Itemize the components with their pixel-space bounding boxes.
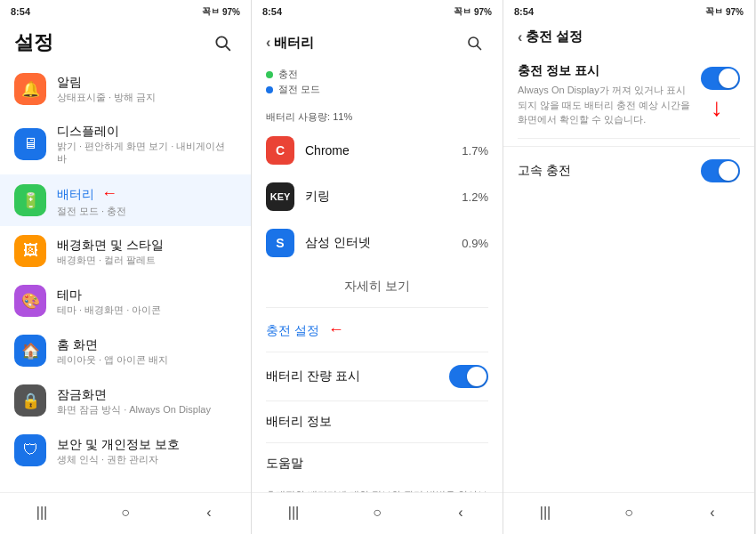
battery-app-samsung[interactable]: S 삼성 인터넷 0.9% xyxy=(252,220,503,266)
theme-text: 테마 테마 · 배경화면 · 아이콘 xyxy=(57,287,237,316)
power-mode-label: 절전 모드 xyxy=(278,83,320,96)
settings-title: 설정 xyxy=(14,29,53,56)
wallpaper-icon: 🖼 xyxy=(14,235,46,267)
settings-item-home[interactable]: 🏠 홈 화면 레이아웃 · 앱 아이콘 배지 xyxy=(0,326,251,376)
bottom-nav-3: ||| ○ ‹ xyxy=(503,492,754,534)
battery-back-button[interactable]: ‹ 배터리 xyxy=(266,35,314,52)
fast-charge-thumb xyxy=(719,161,738,181)
settings-item-theme[interactable]: 🎨 테마 테마 · 배경화면 · 아이콘 xyxy=(0,276,251,326)
wallpaper-text: 배경화면 및 스타일 배경화면 · 컬러 팔레트 xyxy=(57,237,237,266)
settings-item-security[interactable]: 🛡 보안 및 개인정보 보호 생체 인식 · 권한 관리자 xyxy=(0,425,251,475)
settings-list: 🔔 알림 상태표시줄 · 방해 금지 🖥 디스플레이 밝기 · 편안하게 화면 … xyxy=(0,64,251,492)
notification-title: 알림 xyxy=(57,74,237,90)
power-dot xyxy=(266,86,273,93)
settings-item-display[interactable]: 🖥 디스플레이 밝기 · 편안하게 화면 보기 · 내비게이션 바 xyxy=(0,114,251,174)
chrome-name: Chrome xyxy=(305,143,462,158)
fast-charge-row[interactable]: 고속 충전 xyxy=(503,146,754,195)
bottom-nav-2: ||| ○ ‹ xyxy=(252,492,503,534)
battery-info[interactable]: 배터리 정보 xyxy=(252,401,503,442)
wallpaper-subtitle: 배경화면 · 컬러 팔레트 xyxy=(57,254,237,266)
charge-info-thumb xyxy=(719,69,738,88)
settings-header: 설정 xyxy=(0,21,251,64)
settings-item-lockscreen[interactable]: 🔒 잠금화면 화면 잠금 방식 · Always On Display xyxy=(0,376,251,425)
fast-charge-toggle[interactable] xyxy=(701,159,740,182)
chrome-icon: C xyxy=(266,136,294,165)
settings-item-battery[interactable]: 🔋 배터리 ← 절전 모드 · 충전 xyxy=(0,174,251,227)
home-subtitle: 레이아웃 · 앱 아이콘 배지 xyxy=(57,353,237,366)
status-bar-1: 8:54 꼭ㅂ 97% xyxy=(0,0,251,21)
nav-home-1[interactable]: ○ xyxy=(113,500,138,525)
keyring-percent: 1.2% xyxy=(462,190,488,204)
divider-charge xyxy=(518,138,740,139)
search-button[interactable] xyxy=(208,28,237,57)
svg-line-3 xyxy=(478,46,481,50)
charge-info-toggle[interactable] xyxy=(701,67,740,90)
charging-label: 충전 xyxy=(278,68,298,81)
fast-charge-label: 고속 충전 xyxy=(518,163,571,179)
battery-search-button[interactable] xyxy=(460,28,488,57)
svg-point-2 xyxy=(469,37,479,47)
samsung-browser-name: 삼성 인터넷 xyxy=(305,235,462,251)
battery-app-chrome[interactable]: C Chrome 1.7% xyxy=(252,127,503,174)
home-title: 홈 화면 xyxy=(57,336,237,352)
display-subtitle: 밝기 · 편안하게 화면 보기 · 내비게이션 바 xyxy=(57,140,237,166)
home-icon: 🏠 xyxy=(14,335,46,367)
battery-info-label: 배터리 정보 xyxy=(266,414,488,430)
charge-settings-label: 충전 설정 ← xyxy=(266,320,488,339)
theme-subtitle: 테마 · 배경화면 · 아이콘 xyxy=(57,303,237,316)
nav-back-3[interactable]: ‹ xyxy=(700,500,725,525)
display-title: 디스플레이 xyxy=(57,123,237,139)
battery-3: 97% xyxy=(726,7,744,17)
nav-home-3[interactable]: ○ xyxy=(616,500,641,525)
status-icons-3: 꼭ㅂ 97% xyxy=(705,5,744,18)
charging-back-button[interactable]: ‹ 충전 설정 xyxy=(518,28,583,45)
status-icons-1: 꼭ㅂ 97% xyxy=(202,5,240,18)
svg-point-0 xyxy=(216,36,227,47)
charge-info-desc: Always On Display가 꺼져 있거나 표시되지 않을 때도 배터리… xyxy=(518,83,694,127)
signal-icon-2: 꼭ㅂ xyxy=(454,5,471,18)
charging-back-chevron: ‹ xyxy=(518,29,522,45)
battery-help[interactable]: 도움말 xyxy=(252,443,503,484)
battery-text: 배터리 ← 절전 모드 · 충전 xyxy=(57,183,237,218)
theme-title: 테마 xyxy=(57,287,237,303)
charge-info-block: 충전 정보 표시 Always On Display가 꺼져 있거나 표시되지 … xyxy=(518,63,694,127)
battery-icon: 🔋 xyxy=(14,184,46,216)
power-mode-status: 절전 모드 xyxy=(266,83,488,96)
battery-charge-settings[interactable]: 충전 설정 ← xyxy=(252,308,503,352)
samsung-browser-percent: 0.9% xyxy=(462,237,488,250)
display-text: 디스플레이 밝기 · 편안하게 화면 보기 · 내비게이션 바 xyxy=(57,123,237,166)
battery-detail-link[interactable]: 자세히 보기 xyxy=(252,266,503,307)
nav-back-2[interactable]: ‹ xyxy=(448,500,473,525)
settings-item-notification[interactable]: 🔔 알림 상태표시줄 · 방해 금지 xyxy=(0,64,251,114)
down-arrow-icon: ↓ xyxy=(711,93,723,122)
time-3: 8:54 xyxy=(514,6,534,17)
nav-home-2[interactable]: ○ xyxy=(365,500,390,525)
security-subtitle: 생체 인식 · 권한 관리자 xyxy=(57,453,237,465)
signal-icon-1: 꼭ㅂ xyxy=(202,5,220,18)
battery-1: 97% xyxy=(222,7,240,17)
theme-icon: 🎨 xyxy=(14,285,46,317)
battery-level-thumb xyxy=(467,367,487,386)
lock-icon: 🔒 xyxy=(14,384,46,417)
back-chevron: ‹ xyxy=(266,35,270,51)
settings-item-wallpaper[interactable]: 🖼 배경화면 및 스타일 배경화면 · 컬러 팔레트 xyxy=(0,226,251,276)
battery-status: 충전 절전 모드 xyxy=(252,64,503,105)
keyring-name: 키링 xyxy=(305,189,462,205)
charging-content: 충전 정보 표시 Always On Display가 꺼져 있거나 표시되지 … xyxy=(503,53,754,492)
nav-menu-2[interactable]: ||| xyxy=(281,500,306,525)
battery-level-toggle[interactable] xyxy=(449,365,488,388)
charge-info-row[interactable]: 충전 정보 표시 Always On Display가 꺼져 있거나 표시되지 … xyxy=(503,53,754,138)
charging-status: 충전 xyxy=(266,68,488,81)
nav-back-1[interactable]: ‹ xyxy=(197,500,221,525)
panel-battery: 8:54 꼭ㅂ 97% ‹ 배터리 충전 절전 모드 배터리 사용량: 11% xyxy=(252,0,503,534)
nav-menu-1[interactable]: ||| xyxy=(29,500,54,525)
notification-text: 알림 상태표시줄 · 방해 금지 xyxy=(57,74,237,103)
samsung-browser-icon: S xyxy=(266,229,294,257)
bottom-nav-1: ||| ○ ‹ xyxy=(0,492,251,534)
lockscreen-title: 잠금화면 xyxy=(57,386,237,402)
keyring-icon: KEY xyxy=(266,182,294,211)
signal-icon-3: 꼭ㅂ xyxy=(705,5,723,18)
battery-level-display[interactable]: 배터리 잔량 표시 xyxy=(252,352,503,400)
battery-app-keyring[interactable]: KEY 키링 1.2% xyxy=(252,174,503,220)
nav-menu-3[interactable]: ||| xyxy=(533,500,558,525)
